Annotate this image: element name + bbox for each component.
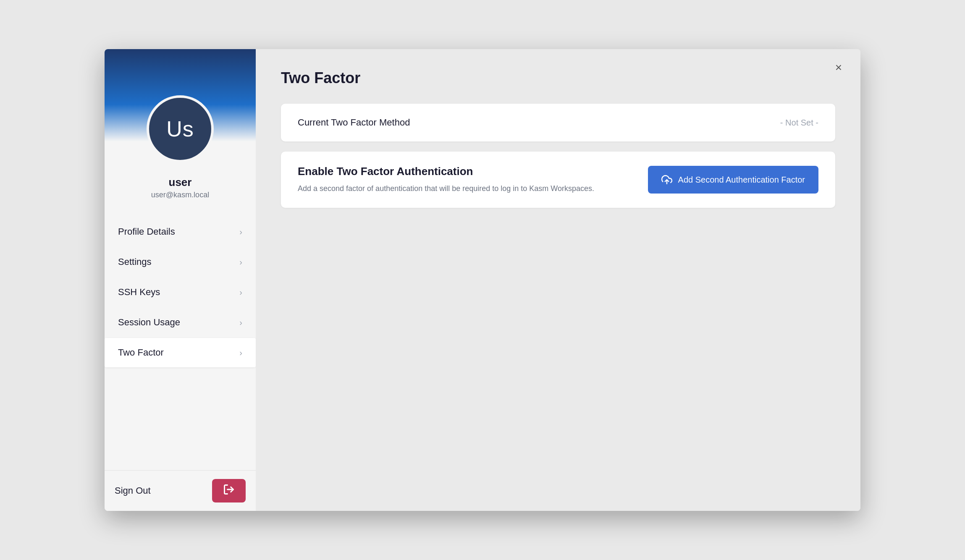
sidebar-item-label: Profile Details bbox=[118, 226, 175, 237]
chevron-right-icon: › bbox=[239, 318, 242, 327]
chevron-right-icon: › bbox=[239, 288, 242, 297]
sign-out-button[interactable] bbox=[212, 479, 246, 502]
add-second-authentication-factor-button[interactable]: Add Second Authentication Factor bbox=[648, 166, 818, 194]
sidebar-item-label: SSH Keys bbox=[118, 287, 160, 298]
sidebar-item-two-factor[interactable]: Two Factor › bbox=[105, 338, 256, 367]
enable-two-factor-card: Enable Two Factor Authentication Add a s… bbox=[281, 152, 835, 208]
main-content: Two Factor Current Two Factor Method - N… bbox=[256, 49, 860, 511]
sidebar-item-ssh-keys[interactable]: SSH Keys › bbox=[105, 277, 256, 307]
sidebar-item-label: Settings bbox=[118, 256, 152, 267]
sidebar-nav: Profile Details › Settings › SSH Keys › … bbox=[105, 209, 256, 470]
sidebar-user-info: user user@kasm.local bbox=[105, 171, 256, 209]
chevron-right-icon: › bbox=[239, 348, 242, 358]
sidebar-item-settings[interactable]: Settings › bbox=[105, 247, 256, 277]
sidebar-item-label: Two Factor bbox=[118, 347, 164, 358]
chevron-right-icon: › bbox=[239, 227, 242, 237]
sidebar-email: user@kasm.local bbox=[105, 191, 256, 199]
not-set-value: - Not Set - bbox=[780, 118, 818, 128]
avatar: Us bbox=[147, 95, 214, 162]
sidebar-item-profile-details[interactable]: Profile Details › bbox=[105, 217, 256, 246]
page-title: Two Factor bbox=[281, 69, 835, 87]
enable-card-title: Enable Two Factor Authentication bbox=[298, 165, 631, 178]
enable-card-text: Enable Two Factor Authentication Add a s… bbox=[298, 165, 631, 194]
modal: × Us user user@kasm.local Profile Detail… bbox=[105, 49, 860, 511]
sign-out-icon bbox=[223, 484, 235, 498]
sidebar-header: Us bbox=[105, 49, 256, 141]
add-factor-button-label: Add Second Authentication Factor bbox=[678, 175, 805, 185]
sidebar-footer: Sign Out bbox=[105, 470, 256, 511]
chevron-right-icon: › bbox=[239, 257, 242, 267]
enable-card-description: Add a second factor of authentication th… bbox=[298, 183, 631, 194]
current-method-label: Current Two Factor Method bbox=[298, 117, 410, 128]
sidebar-username: user bbox=[105, 176, 256, 189]
close-button[interactable]: × bbox=[830, 59, 847, 76]
sidebar-item-session-usage[interactable]: Session Usage › bbox=[105, 308, 256, 337]
sign-out-label: Sign Out bbox=[115, 485, 151, 496]
avatar-initials: Us bbox=[166, 116, 194, 141]
sidebar-item-label: Session Usage bbox=[118, 317, 180, 328]
current-method-card: Current Two Factor Method - Not Set - bbox=[281, 104, 835, 141]
sidebar: Us user user@kasm.local Profile Details … bbox=[105, 49, 256, 511]
upload-icon bbox=[661, 174, 672, 185]
